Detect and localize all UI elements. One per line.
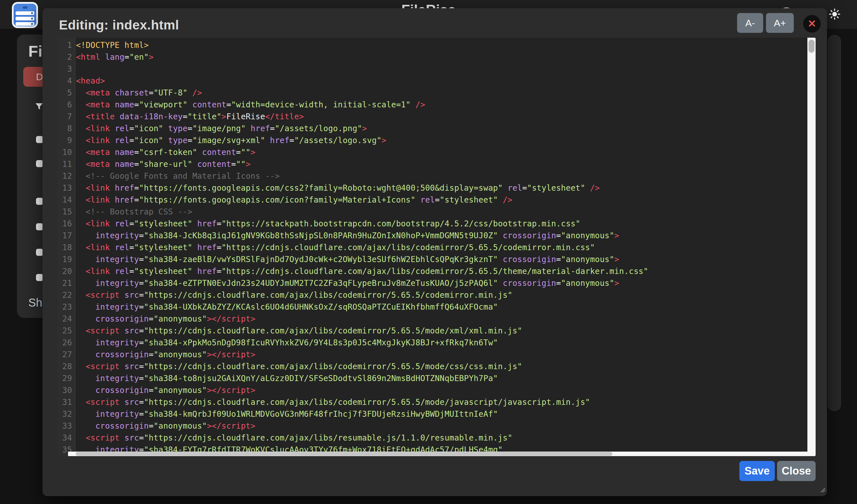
line-number: 23 <box>57 301 75 313</box>
code-line: integrity="sha384-UXbkZAbZYZ/KCAslc6UO4d… <box>76 301 807 313</box>
sidebar-checkbox[interactable] <box>36 160 43 167</box>
main-content-card-edge <box>828 35 841 411</box>
line-number: 3 <box>57 63 75 75</box>
code-line: <script src="https://cdnjs.cloudflare.co… <box>76 361 807 372</box>
line-number: 1 <box>57 39 75 51</box>
editor-modal: Editing: index.html A- A+ ✕ 123456789101… <box>43 8 827 496</box>
line-number: 17 <box>57 230 75 242</box>
code-line: integrity="sha384-to8njsu2GAiXQnY/aLGzz0… <box>76 372 807 384</box>
line-number: 2 <box>57 51 75 63</box>
code-line: <script src="https://cdnjs.cloudflare.co… <box>76 432 807 444</box>
code-line: <script src="https://cdnjs.cloudflare.co… <box>76 396 807 408</box>
code-line: <link rel="stylesheet" href="https://cdn… <box>76 242 807 254</box>
line-number-gutter: 1234567891011121314151617181920212223242… <box>57 38 75 456</box>
line-number: 16 <box>57 218 75 230</box>
screen: FileRise Fi D Sho Editing: index.html A- <box>0 0 857 504</box>
line-number: 14 <box>57 194 75 206</box>
modal-title: Editing: index.html <box>59 17 179 33</box>
line-number: 15 <box>57 206 75 218</box>
line-number: 18 <box>57 242 75 254</box>
line-number: 22 <box>57 289 75 301</box>
code-line: <link rel="stylesheet" href="https://sta… <box>76 218 807 230</box>
line-number: 34 <box>57 432 75 444</box>
sidebar-checkbox[interactable] <box>36 198 43 205</box>
font-increase-button[interactable]: A+ <box>766 13 794 33</box>
line-number: 12 <box>57 170 75 182</box>
line-number: 33 <box>57 420 75 432</box>
code-editor[interactable]: 1234567891011121314151617181920212223242… <box>57 38 816 456</box>
code-line: <!-- Google Fonts and Material Icons --> <box>76 170 807 182</box>
line-number: 29 <box>57 372 75 384</box>
filter-funnel-icon[interactable] <box>35 103 44 111</box>
line-number: 24 <box>57 313 75 325</box>
line-number: 19 <box>57 254 75 265</box>
code-line: <!-- Bootstrap CSS --> <box>76 206 807 218</box>
code-line <box>76 63 807 75</box>
code-line: integrity="sha384-eZTPTN0EvJdn23s24UDYJm… <box>76 277 807 289</box>
font-decrease-button[interactable]: A- <box>737 13 763 33</box>
sidebar-checkbox[interactable] <box>36 223 43 230</box>
line-number: 25 <box>57 325 75 337</box>
save-button[interactable]: Save <box>739 461 775 481</box>
code-line: <!DOCTYPE html> <box>76 39 807 51</box>
line-number: 8 <box>57 123 75 135</box>
horizontal-scrollbar-track[interactable] <box>68 452 807 456</box>
code-line: crossorigin="anonymous"></script> <box>76 384 807 396</box>
horizontal-scrollbar-thumb[interactable] <box>76 452 612 456</box>
code-line: <meta name="share-url" content=""> <box>76 158 807 170</box>
sidebar-checkbox[interactable] <box>36 274 43 281</box>
line-number: 4 <box>57 75 75 87</box>
code-line: integrity="sha384-xPpkMo5nDgD98fIcuRVYhx… <box>76 337 807 349</box>
code-line: crossorigin="anonymous"></script> <box>76 420 807 432</box>
line-number: 20 <box>57 265 75 277</box>
line-number: 32 <box>57 408 75 420</box>
line-number: 30 <box>57 384 75 396</box>
code-lines[interactable]: <!DOCTYPE html><html lang="en"><head> <m… <box>76 39 807 456</box>
line-number: 11 <box>57 158 75 170</box>
line-number: 21 <box>57 277 75 289</box>
vertical-scrollbar-thumb[interactable] <box>808 40 814 53</box>
close-button[interactable]: Close <box>777 461 816 481</box>
line-number: 28 <box>57 361 75 372</box>
sidebar-checkbox[interactable] <box>36 249 43 256</box>
line-number: 5 <box>57 87 75 99</box>
code-line: <script src="https://cdnjs.cloudflare.co… <box>76 289 807 301</box>
code-line: <link rel="stylesheet" href="https://cdn… <box>76 265 807 277</box>
line-number: 10 <box>57 146 75 158</box>
code-line: integrity="sha384-zaeBlB/vwYsDRSlFajnDd7… <box>76 254 807 265</box>
code-line: <meta charset="UTF-8" /> <box>76 87 807 99</box>
code-line: integrity="sha384-kmQrbJf09Uo1WRLMDVGoVG… <box>76 408 807 420</box>
code-line: <head> <box>76 75 807 87</box>
sidebar-checkbox[interactable] <box>36 136 43 143</box>
code-line: <title data-i18n-key="title">FileRise</t… <box>76 111 807 123</box>
code-line: <meta name="viewport" content="width=dev… <box>76 99 807 111</box>
line-number: 7 <box>57 111 75 123</box>
code-line: <link href="https://fonts.googleapis.com… <box>76 182 807 194</box>
line-number: 31 <box>57 396 75 408</box>
resize-handle-icon[interactable] <box>819 486 825 493</box>
line-number: 6 <box>57 99 75 111</box>
code-line: <meta name="csrf-token" content=""> <box>76 146 807 158</box>
code-line: <link href="https://fonts.googleapis.com… <box>76 194 807 206</box>
code-line: crossorigin="anonymous"></script> <box>76 313 807 325</box>
sidebar-heading: Fi <box>28 42 43 60</box>
code-line: <link rel="icon" type="image/svg+xml" hr… <box>76 135 807 146</box>
line-number: 9 <box>57 135 75 146</box>
code-line: <script src="https://cdnjs.cloudflare.co… <box>76 325 807 337</box>
dark-mode-toggle-sun-icon[interactable] <box>828 8 841 20</box>
code-line: <link rel="icon" type="image/png" href="… <box>76 123 807 135</box>
line-number: 26 <box>57 337 75 349</box>
line-number: 27 <box>57 349 75 361</box>
close-x-button[interactable]: ✕ <box>803 15 821 33</box>
vertical-scrollbar-track[interactable] <box>807 38 816 456</box>
code-line: crossorigin="anonymous"></script> <box>76 349 807 361</box>
line-number: 13 <box>57 182 75 194</box>
code-line: integrity="sha384-JcKb8q3iqJ61gNV9KGb8th… <box>76 230 807 242</box>
code-line: <html lang="en"> <box>76 51 807 63</box>
